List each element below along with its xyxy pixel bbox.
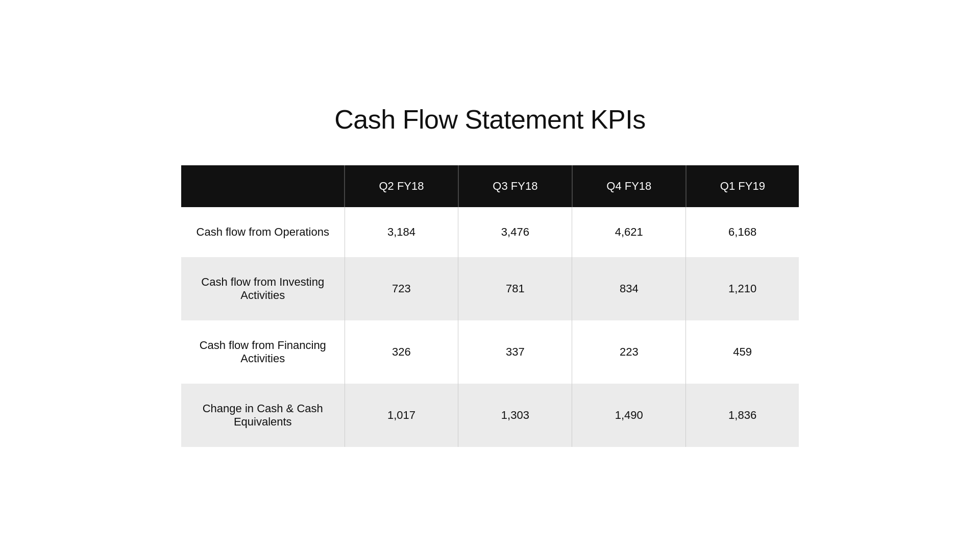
row-q2fy18: 1,017	[345, 384, 458, 447]
cash-flow-table: Q2 FY18 Q3 FY18 Q4 FY18 Q1 FY19 Cash flo…	[181, 165, 799, 447]
table-row: Cash flow from Financing Activities32633…	[181, 320, 799, 384]
row-q4fy18: 834	[572, 257, 686, 320]
header-q1fy19: Q1 FY19	[686, 165, 799, 207]
table-header-row: Q2 FY18 Q3 FY18 Q4 FY18 Q1 FY19	[181, 165, 799, 207]
row-q2fy18: 3,184	[345, 207, 458, 257]
row-q2fy18: 326	[345, 320, 458, 384]
row-q4fy18: 1,490	[572, 384, 686, 447]
row-label: Cash flow from Investing Activities	[181, 257, 345, 320]
row-q1fy19: 6,168	[686, 207, 799, 257]
row-q1fy19: 1,210	[686, 257, 799, 320]
row-q2fy18: 723	[345, 257, 458, 320]
row-q3fy18: 337	[458, 320, 572, 384]
header-q4fy18: Q4 FY18	[572, 165, 686, 207]
table-row: Cash flow from Operations3,1843,4764,621…	[181, 207, 799, 257]
row-q3fy18: 1,303	[458, 384, 572, 447]
table-row: Change in Cash & Cash Equivalents1,0171,…	[181, 384, 799, 447]
row-q3fy18: 781	[458, 257, 572, 320]
row-q1fy19: 1,836	[686, 384, 799, 447]
page-title: Cash Flow Statement KPIs	[334, 104, 645, 135]
header-q2fy18: Q2 FY18	[345, 165, 458, 207]
row-q1fy19: 459	[686, 320, 799, 384]
row-label: Cash flow from Operations	[181, 207, 345, 257]
kpi-table-wrapper: Q2 FY18 Q3 FY18 Q4 FY18 Q1 FY19 Cash flo…	[181, 165, 799, 447]
row-label: Cash flow from Financing Activities	[181, 320, 345, 384]
row-q4fy18: 223	[572, 320, 686, 384]
row-q4fy18: 4,621	[572, 207, 686, 257]
row-label: Change in Cash & Cash Equivalents	[181, 384, 345, 447]
header-q3fy18: Q3 FY18	[458, 165, 572, 207]
row-q3fy18: 3,476	[458, 207, 572, 257]
table-row: Cash flow from Investing Activities72378…	[181, 257, 799, 320]
header-label	[181, 165, 345, 207]
